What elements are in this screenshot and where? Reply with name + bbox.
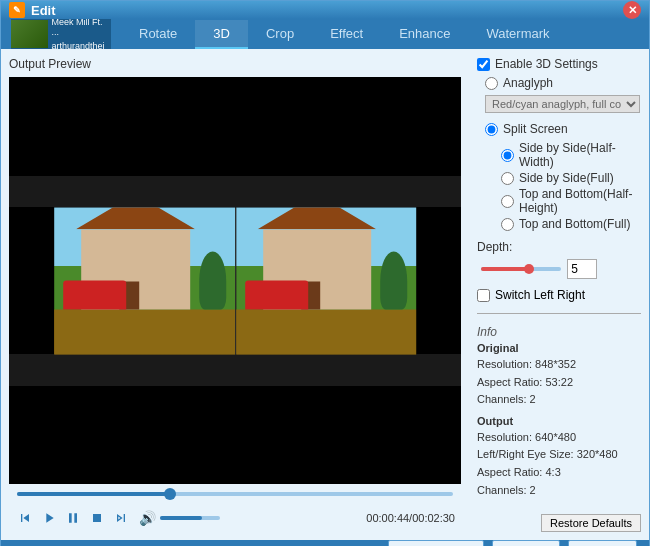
thumb-image [11, 20, 48, 48]
top-full-row: Top and Bottom(Full) [501, 217, 641, 231]
volume-fill [160, 516, 202, 520]
top-half-row: Top and Bottom(Half-Height) [501, 187, 641, 215]
close-window-button[interactable]: ✕ [623, 1, 641, 19]
output-channels: Channels: 2 [477, 482, 641, 500]
file-info: Meek Mill Ft. ... arthurandthei [11, 19, 111, 49]
bottom-bar: Restore All Apply Close [1, 540, 649, 546]
close-button[interactable]: Close [568, 540, 637, 546]
top-full-label: Top and Bottom(Full) [519, 217, 630, 231]
info-section: Info Original Resolution: 848*352 Aspect… [477, 325, 641, 505]
depth-thumb[interactable] [524, 264, 534, 274]
side-full-label: Side by Side(Full) [519, 171, 614, 185]
tab-rotate[interactable]: Rotate [121, 20, 195, 49]
depth-control-row: 5 [481, 259, 641, 279]
output-resolution: Resolution: 640*480 [477, 429, 641, 447]
scrubber-area [9, 484, 461, 504]
roof-left [76, 207, 195, 229]
car-right [245, 281, 308, 310]
roof-right [258, 207, 377, 229]
preview-label: Output Preview [9, 57, 461, 71]
original-resolution: Resolution: 848*352 [477, 356, 641, 374]
info-title: Info [477, 325, 641, 339]
file-name: Meek Mill Ft. ... [50, 19, 109, 39]
anaglyph-radio[interactable] [485, 77, 498, 90]
split-options-group: Side by Side(Half-Width) Side by Side(Fu… [493, 141, 641, 231]
scrubber-thumb[interactable] [164, 488, 176, 500]
skip-back-button[interactable] [15, 508, 35, 528]
tab-watermark[interactable]: Watermark [468, 20, 567, 49]
video-container [9, 77, 461, 484]
apply-button[interactable]: Apply [492, 540, 560, 546]
video-frame [9, 176, 461, 386]
output-aspect: Aspect Ratio: 4:3 [477, 464, 641, 482]
output-info-block: Output Resolution: 640*480 Left/Right Ey… [477, 415, 641, 499]
restore-defaults-button[interactable]: Restore Defaults [541, 514, 641, 532]
right-panel: Enable 3D Settings Anaglyph Red/cyan ana… [469, 49, 649, 540]
original-aspect: Aspect Ratio: 53:22 [477, 374, 641, 392]
volume-area: 🔊 [139, 510, 220, 526]
time-display: 00:00:44/00:02:30 [366, 512, 455, 524]
original-title: Original [477, 342, 641, 354]
switch-lr-checkbox[interactable] [477, 289, 490, 302]
play-button[interactable] [39, 508, 59, 528]
trees-right [380, 251, 407, 310]
tab-crop[interactable]: Crop [248, 20, 312, 49]
split-screen-row: Split Screen [485, 122, 641, 136]
side-full-radio[interactable] [501, 172, 514, 185]
stop-button[interactable] [87, 508, 107, 528]
side-half-row: Side by Side(Half-Width) [501, 141, 641, 169]
anaglyph-dropdown-row: Red/cyan anaglyph, full color [485, 95, 641, 113]
road-left [54, 310, 235, 354]
original-info-block: Original Resolution: 848*352 Aspect Rati… [477, 342, 641, 409]
car-left [63, 281, 126, 310]
side-half-radio[interactable] [501, 149, 514, 162]
restore-defaults-row: Restore Defaults [477, 514, 641, 532]
output-eye-size: Left/Right Eye Size: 320*480 [477, 446, 641, 464]
side-half-label: Side by Side(Half-Width) [519, 141, 641, 169]
anaglyph-row: Anaglyph [485, 76, 641, 90]
file-subname: arthurandthei [50, 39, 109, 49]
enable3d-label: Enable 3D Settings [495, 57, 598, 71]
scrubber-fill [17, 492, 170, 496]
tab-effect[interactable]: Effect [312, 20, 381, 49]
anaglyph-select[interactable]: Red/cyan anaglyph, full color [485, 95, 640, 113]
output-title: Output [477, 415, 641, 427]
switch-lr-row: Switch Left Right [477, 288, 641, 302]
restore-all-button[interactable]: Restore All [388, 540, 484, 546]
scene-left [54, 207, 235, 354]
pause-button[interactable] [63, 508, 83, 528]
scene-right [235, 207, 416, 354]
depth-input[interactable]: 5 [567, 259, 597, 279]
top-half-radio[interactable] [501, 195, 514, 208]
top-half-label: Top and Bottom(Half-Height) [519, 187, 641, 215]
tabs-bar: Meek Mill Ft. ... arthurandthei Rotate 3… [1, 19, 649, 49]
original-channels: Channels: 2 [477, 391, 641, 409]
scrubber-track[interactable] [17, 492, 453, 496]
depth-slider-fill [481, 267, 529, 271]
enable3d-row: Enable 3D Settings [477, 57, 641, 71]
anaglyph-label: Anaglyph [503, 76, 553, 90]
window-title: Edit [31, 3, 623, 18]
file-thumbnail: Meek Mill Ft. ... arthurandthei [11, 19, 111, 49]
depth-slider[interactable] [481, 267, 561, 271]
video-image [9, 176, 461, 386]
left-panel: Output Preview [1, 49, 469, 540]
trees-left [199, 251, 226, 310]
video-content [54, 207, 416, 354]
tab-enhance[interactable]: Enhance [381, 20, 468, 49]
skip-forward-button[interactable] [111, 508, 131, 528]
title-bar: ✎ Edit ✕ [1, 1, 649, 19]
switch-lr-label: Switch Left Right [495, 288, 585, 302]
depth-label: Depth: [477, 240, 512, 254]
edit-window: ✎ Edit ✕ Meek Mill Ft. ... arthurandthei… [0, 0, 650, 546]
side-full-row: Side by Side(Full) [501, 171, 641, 185]
controls-row: 🔊 00:00:44/00:02:30 [9, 504, 461, 532]
top-full-radio[interactable] [501, 218, 514, 231]
road-right [236, 310, 416, 354]
depth-row: Depth: [477, 240, 641, 254]
split-screen-radio[interactable] [485, 123, 498, 136]
enable3d-checkbox[interactable] [477, 58, 490, 71]
split-screen-label: Split Screen [503, 122, 568, 136]
volume-track[interactable] [160, 516, 220, 520]
tab-3d[interactable]: 3D [195, 20, 248, 49]
